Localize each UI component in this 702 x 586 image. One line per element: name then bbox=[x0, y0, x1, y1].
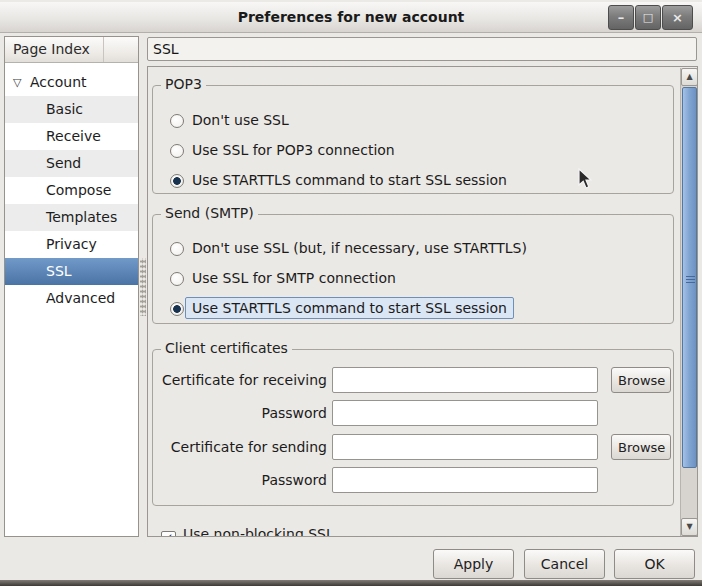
radio-pop3-starttls[interactable]: Use STARTTLS command to start SSL sessio… bbox=[170, 170, 507, 192]
tree-item-label: SSL bbox=[46, 258, 72, 285]
radio-unchecked-icon[interactable] bbox=[170, 114, 184, 128]
expander-icon[interactable]: ▽ bbox=[13, 69, 21, 96]
smtp-group: Send (SMTP) Don't use SSL (but, if neces… bbox=[152, 214, 674, 324]
sidebar-item-basic[interactable]: Basic bbox=[5, 96, 138, 123]
close-icon-button[interactable]: × bbox=[662, 5, 693, 30]
radio-label: Don't use SSL (but, if necessary, use ST… bbox=[192, 240, 527, 256]
radio-unchecked-icon[interactable] bbox=[170, 144, 184, 158]
tree-item-label: Receive bbox=[46, 123, 101, 150]
pop3-group: POP3 Don't use SSL Use SSL for POP3 conn… bbox=[152, 85, 674, 194]
scroll-down-icon: ▼ bbox=[686, 522, 692, 531]
check-icon: ✓ bbox=[163, 531, 173, 537]
pop3-group-legend: POP3 bbox=[161, 76, 206, 92]
minimize-icon: – bbox=[618, 10, 625, 25]
tree-item-label: Account bbox=[30, 69, 87, 96]
maximize-button[interactable]: □ bbox=[635, 5, 661, 30]
tree-item-label: Compose bbox=[46, 177, 111, 204]
radio-smtp-dont-use-ssl[interactable]: Don't use SSL (but, if necessary, use ST… bbox=[170, 238, 527, 260]
scroll-up-button[interactable]: ▲ bbox=[681, 68, 698, 86]
tree-item-label: Advanced bbox=[46, 285, 115, 312]
scrollbar-grip-icon bbox=[686, 276, 695, 284]
preferences-window: Preferences for new account – □ × Page I… bbox=[0, 0, 702, 586]
apply-button[interactable]: Apply bbox=[433, 549, 514, 579]
radio-label: Use SSL for SMTP connection bbox=[192, 270, 396, 286]
page-index-panel: Page Index ▽ Account Basic Receive Send … bbox=[4, 36, 139, 537]
mouse-cursor bbox=[578, 168, 593, 190]
sidebar-item-compose[interactable]: Compose bbox=[5, 177, 138, 204]
password-receiving-input[interactable] bbox=[332, 400, 598, 426]
tree-item-label: Privacy bbox=[46, 231, 97, 258]
certs-group-legend: Client certificates bbox=[161, 340, 292, 356]
maximize-icon: □ bbox=[643, 11, 653, 24]
cancel-button[interactable]: Cancel bbox=[524, 549, 605, 579]
ssl-settings-panel: POP3 Don't use SSL Use SSL for POP3 conn… bbox=[147, 66, 698, 537]
tree-item-label: Templates bbox=[46, 204, 117, 231]
client-certificates-group: Client certificates Certificate for rece… bbox=[152, 349, 674, 506]
close-icon: × bbox=[672, 10, 683, 25]
radio-smtp-use-ssl[interactable]: Use SSL for SMTP connection bbox=[170, 268, 396, 290]
radio-pop3-dont-use-ssl[interactable]: Don't use SSL bbox=[170, 110, 289, 132]
titlebar[interactable]: Preferences for new account – □ × bbox=[0, 0, 702, 33]
cert-sending-label: Certificate for sending bbox=[157, 434, 327, 460]
sidebar-item-ssl[interactable]: SSL bbox=[5, 258, 138, 285]
radio-label: Don't use SSL bbox=[192, 112, 289, 128]
password-sending-input[interactable] bbox=[332, 467, 598, 493]
password-sending-label: Password bbox=[157, 467, 327, 493]
window-bottom-edge bbox=[0, 580, 702, 586]
radio-smtp-starttls[interactable]: Use STARTTLS command to start SSL sessio… bbox=[170, 298, 514, 320]
scrollbar-thumb[interactable] bbox=[682, 87, 697, 468]
radio-label-focused: Use STARTTLS command to start SSL sessio… bbox=[185, 297, 514, 319]
scroll-down-button[interactable]: ▼ bbox=[681, 518, 698, 536]
sidebar-item-receive[interactable]: Receive bbox=[5, 123, 138, 150]
page-title: SSL bbox=[147, 37, 697, 61]
smtp-group-legend: Send (SMTP) bbox=[161, 205, 258, 221]
checkbox-label: Use non-blocking SSL bbox=[183, 526, 334, 537]
radio-label: Use SSL for POP3 connection bbox=[192, 142, 395, 158]
cert-receiving-row: Certificate for receiving Browse bbox=[153, 367, 675, 395]
sidebar-item-send[interactable]: Send bbox=[5, 150, 138, 177]
page-title-label: SSL bbox=[153, 41, 179, 57]
use-nonblocking-ssl-row[interactable]: ✓Use non-blocking SSL bbox=[161, 525, 334, 537]
vertical-scrollbar[interactable]: ▲ ▼ bbox=[680, 68, 697, 536]
ok-button[interactable]: OK bbox=[614, 549, 695, 579]
scroll-up-icon: ▲ bbox=[686, 72, 692, 81]
checkbox-checked-icon[interactable]: ✓ bbox=[161, 531, 176, 537]
radio-unchecked-icon[interactable] bbox=[170, 242, 184, 256]
password-receiving-row: Password bbox=[153, 400, 675, 428]
radio-pop3-use-ssl[interactable]: Use SSL for POP3 connection bbox=[170, 140, 395, 162]
pane-splitter[interactable] bbox=[140, 258, 146, 316]
page-index-header-label: Page Index bbox=[13, 41, 90, 57]
radio-unchecked-icon[interactable] bbox=[170, 272, 184, 286]
password-sending-row: Password bbox=[153, 467, 675, 495]
sidebar-item-account[interactable]: ▽ Account bbox=[5, 69, 138, 96]
radio-checked-icon[interactable] bbox=[170, 302, 184, 316]
radio-checked-icon[interactable] bbox=[170, 174, 184, 188]
minimize-button[interactable]: – bbox=[608, 5, 634, 30]
tree-item-label: Send bbox=[46, 150, 81, 177]
password-receiving-label: Password bbox=[157, 400, 327, 426]
page-index-header[interactable]: Page Index bbox=[5, 37, 138, 63]
window-title: Preferences for new account bbox=[0, 2, 702, 33]
sidebar-item-privacy[interactable]: Privacy bbox=[5, 231, 138, 258]
browse-receiving-button[interactable]: Browse bbox=[611, 367, 671, 393]
certificate-for-sending-input[interactable] bbox=[332, 434, 598, 460]
sidebar-item-templates[interactable]: Templates bbox=[5, 204, 138, 231]
tree-item-label: Basic bbox=[46, 96, 83, 123]
certificate-for-receiving-input[interactable] bbox=[332, 367, 598, 393]
sidebar-item-advanced[interactable]: Advanced bbox=[5, 285, 138, 312]
cert-receiving-label: Certificate for receiving bbox=[157, 367, 327, 393]
radio-label: Use STARTTLS command to start SSL sessio… bbox=[192, 172, 507, 188]
browse-sending-button[interactable]: Browse bbox=[611, 434, 671, 460]
cert-sending-row: Certificate for sending Browse bbox=[153, 434, 675, 462]
